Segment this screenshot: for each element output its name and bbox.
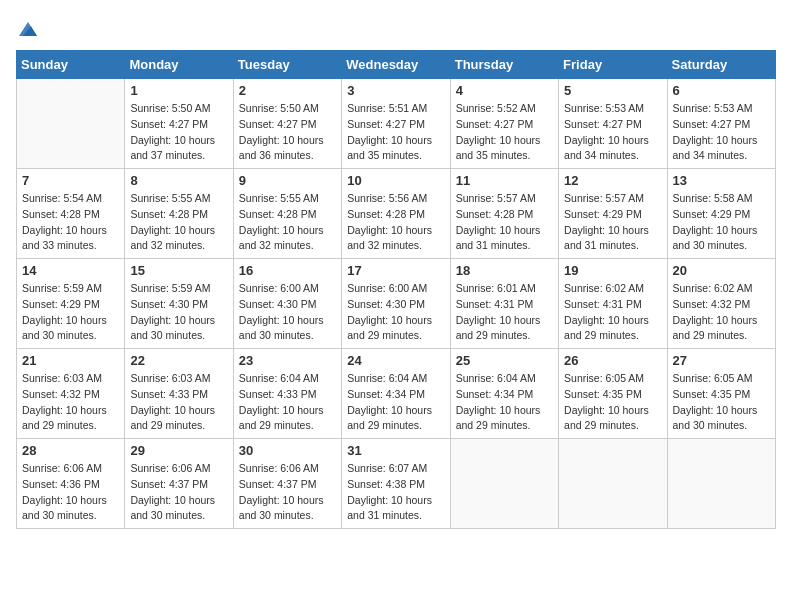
day-info: Sunrise: 5:55 AMSunset: 4:28 PMDaylight:… [239,191,336,254]
day-number: 25 [456,353,553,368]
calendar-cell: 4Sunrise: 5:52 AMSunset: 4:27 PMDaylight… [450,79,558,169]
week-row-5: 28Sunrise: 6:06 AMSunset: 4:36 PMDayligh… [17,439,776,529]
day-number: 30 [239,443,336,458]
calendar-cell: 30Sunrise: 6:06 AMSunset: 4:37 PMDayligh… [233,439,341,529]
day-number: 28 [22,443,119,458]
calendar-cell: 20Sunrise: 6:02 AMSunset: 4:32 PMDayligh… [667,259,775,349]
day-number: 10 [347,173,444,188]
day-info: Sunrise: 6:05 AMSunset: 4:35 PMDaylight:… [564,371,661,434]
day-number: 16 [239,263,336,278]
day-number: 31 [347,443,444,458]
day-number: 26 [564,353,661,368]
day-info: Sunrise: 5:52 AMSunset: 4:27 PMDaylight:… [456,101,553,164]
day-number: 23 [239,353,336,368]
day-number: 20 [673,263,770,278]
calendar-cell: 16Sunrise: 6:00 AMSunset: 4:30 PMDayligh… [233,259,341,349]
day-info: Sunrise: 6:00 AMSunset: 4:30 PMDaylight:… [239,281,336,344]
week-row-3: 14Sunrise: 5:59 AMSunset: 4:29 PMDayligh… [17,259,776,349]
day-number: 5 [564,83,661,98]
day-info: Sunrise: 5:59 AMSunset: 4:29 PMDaylight:… [22,281,119,344]
calendar-cell: 15Sunrise: 5:59 AMSunset: 4:30 PMDayligh… [125,259,233,349]
day-number: 14 [22,263,119,278]
logo-text [16,16,39,40]
calendar-cell: 2Sunrise: 5:50 AMSunset: 4:27 PMDaylight… [233,79,341,169]
day-info: Sunrise: 5:58 AMSunset: 4:29 PMDaylight:… [673,191,770,254]
calendar-cell: 19Sunrise: 6:02 AMSunset: 4:31 PMDayligh… [559,259,667,349]
day-info: Sunrise: 5:53 AMSunset: 4:27 PMDaylight:… [564,101,661,164]
calendar-cell [667,439,775,529]
day-number: 12 [564,173,661,188]
calendar-cell: 11Sunrise: 5:57 AMSunset: 4:28 PMDayligh… [450,169,558,259]
day-number: 13 [673,173,770,188]
calendar-cell: 13Sunrise: 5:58 AMSunset: 4:29 PMDayligh… [667,169,775,259]
day-header-friday: Friday [559,51,667,79]
day-number: 22 [130,353,227,368]
day-number: 27 [673,353,770,368]
calendar-cell: 6Sunrise: 5:53 AMSunset: 4:27 PMDaylight… [667,79,775,169]
day-info: Sunrise: 5:50 AMSunset: 4:27 PMDaylight:… [239,101,336,164]
day-number: 15 [130,263,227,278]
day-header-thursday: Thursday [450,51,558,79]
calendar-cell: 10Sunrise: 5:56 AMSunset: 4:28 PMDayligh… [342,169,450,259]
day-info: Sunrise: 6:03 AMSunset: 4:32 PMDaylight:… [22,371,119,434]
week-row-4: 21Sunrise: 6:03 AMSunset: 4:32 PMDayligh… [17,349,776,439]
calendar-cell: 1Sunrise: 5:50 AMSunset: 4:27 PMDaylight… [125,79,233,169]
calendar-cell: 5Sunrise: 5:53 AMSunset: 4:27 PMDaylight… [559,79,667,169]
logo [16,16,39,40]
day-info: Sunrise: 6:03 AMSunset: 4:33 PMDaylight:… [130,371,227,434]
day-number: 17 [347,263,444,278]
day-info: Sunrise: 5:57 AMSunset: 4:28 PMDaylight:… [456,191,553,254]
day-info: Sunrise: 5:53 AMSunset: 4:27 PMDaylight:… [673,101,770,164]
calendar-cell: 14Sunrise: 5:59 AMSunset: 4:29 PMDayligh… [17,259,125,349]
day-info: Sunrise: 6:05 AMSunset: 4:35 PMDaylight:… [673,371,770,434]
day-header-monday: Monday [125,51,233,79]
day-header-tuesday: Tuesday [233,51,341,79]
calendar-cell: 18Sunrise: 6:01 AMSunset: 4:31 PMDayligh… [450,259,558,349]
day-info: Sunrise: 6:02 AMSunset: 4:32 PMDaylight:… [673,281,770,344]
day-info: Sunrise: 5:51 AMSunset: 4:27 PMDaylight:… [347,101,444,164]
calendar-cell: 12Sunrise: 5:57 AMSunset: 4:29 PMDayligh… [559,169,667,259]
day-number: 19 [564,263,661,278]
calendar-cell [559,439,667,529]
calendar-cell: 25Sunrise: 6:04 AMSunset: 4:34 PMDayligh… [450,349,558,439]
day-info: Sunrise: 6:06 AMSunset: 4:36 PMDaylight:… [22,461,119,524]
day-info: Sunrise: 6:02 AMSunset: 4:31 PMDaylight:… [564,281,661,344]
day-info: Sunrise: 6:07 AMSunset: 4:38 PMDaylight:… [347,461,444,524]
day-number: 24 [347,353,444,368]
calendar-cell: 24Sunrise: 6:04 AMSunset: 4:34 PMDayligh… [342,349,450,439]
calendar-cell [17,79,125,169]
day-info: Sunrise: 6:04 AMSunset: 4:33 PMDaylight:… [239,371,336,434]
day-number: 29 [130,443,227,458]
day-number: 7 [22,173,119,188]
calendar-cell [450,439,558,529]
calendar-cell: 31Sunrise: 6:07 AMSunset: 4:38 PMDayligh… [342,439,450,529]
day-number: 18 [456,263,553,278]
calendar-cell: 23Sunrise: 6:04 AMSunset: 4:33 PMDayligh… [233,349,341,439]
day-info: Sunrise: 5:59 AMSunset: 4:30 PMDaylight:… [130,281,227,344]
day-info: Sunrise: 6:00 AMSunset: 4:30 PMDaylight:… [347,281,444,344]
calendar-cell: 26Sunrise: 6:05 AMSunset: 4:35 PMDayligh… [559,349,667,439]
calendar-cell: 29Sunrise: 6:06 AMSunset: 4:37 PMDayligh… [125,439,233,529]
day-number: 8 [130,173,227,188]
day-number: 1 [130,83,227,98]
week-row-1: 1Sunrise: 5:50 AMSunset: 4:27 PMDaylight… [17,79,776,169]
calendar-cell: 9Sunrise: 5:55 AMSunset: 4:28 PMDaylight… [233,169,341,259]
calendar-cell: 27Sunrise: 6:05 AMSunset: 4:35 PMDayligh… [667,349,775,439]
day-number: 9 [239,173,336,188]
day-number: 21 [22,353,119,368]
calendar-cell: 17Sunrise: 6:00 AMSunset: 4:30 PMDayligh… [342,259,450,349]
day-info: Sunrise: 6:04 AMSunset: 4:34 PMDaylight:… [347,371,444,434]
day-number: 3 [347,83,444,98]
day-header-wednesday: Wednesday [342,51,450,79]
calendar-cell: 28Sunrise: 6:06 AMSunset: 4:36 PMDayligh… [17,439,125,529]
day-info: Sunrise: 6:06 AMSunset: 4:37 PMDaylight:… [130,461,227,524]
day-number: 2 [239,83,336,98]
day-info: Sunrise: 5:57 AMSunset: 4:29 PMDaylight:… [564,191,661,254]
page-header [16,16,776,40]
day-info: Sunrise: 6:04 AMSunset: 4:34 PMDaylight:… [456,371,553,434]
day-number: 11 [456,173,553,188]
calendar-cell: 8Sunrise: 5:55 AMSunset: 4:28 PMDaylight… [125,169,233,259]
calendar-cell: 22Sunrise: 6:03 AMSunset: 4:33 PMDayligh… [125,349,233,439]
day-info: Sunrise: 6:06 AMSunset: 4:37 PMDaylight:… [239,461,336,524]
calendar-cell: 3Sunrise: 5:51 AMSunset: 4:27 PMDaylight… [342,79,450,169]
